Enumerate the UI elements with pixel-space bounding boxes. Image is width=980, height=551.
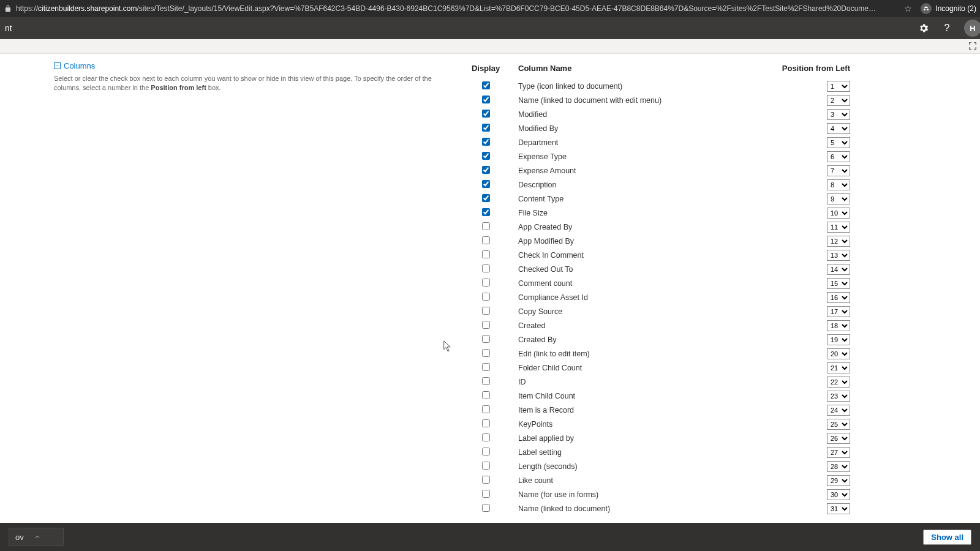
display-checkbox[interactable] [482,222,490,230]
display-checkbox[interactable] [482,250,490,258]
position-select[interactable]: 1234567891011121314151617181920212223242… [827,377,850,388]
display-checkbox[interactable] [482,419,490,427]
position-cell: 1234567891011121314151617181920212223242… [746,304,850,318]
display-checkbox[interactable] [482,476,490,484]
display-checkbox[interactable] [482,490,490,498]
show-all-button[interactable]: Show all [923,530,971,545]
position-select[interactable]: 1234567891011121314151617181920212223242… [827,503,850,514]
position-select[interactable]: 1234567891011121314151617181920212223242… [827,292,850,303]
header-position: Position from Left [746,61,850,79]
ribbon-strip [0,39,980,54]
position-select[interactable]: 1234567891011121314151617181920212223242… [827,320,850,331]
bookmark-star-icon[interactable]: ☆ [904,4,912,13]
position-cell: 1234567891011121314151617181920212223242… [746,431,850,445]
position-select[interactable]: 1234567891011121314151617181920212223242… [827,236,850,247]
display-checkbox[interactable] [482,279,490,287]
position-select[interactable]: 1234567891011121314151617181920212223242… [827,362,850,373]
display-checkbox[interactable] [482,307,490,315]
position-select[interactable]: 1234567891011121314151617181920212223242… [827,109,850,120]
display-checkbox[interactable] [482,81,490,89]
display-checkbox[interactable] [482,462,490,470]
position-cell: 1234567891011121314151617181920212223242… [746,163,850,178]
position-select[interactable]: 1234567891011121314151617181920212223242… [827,250,850,261]
section-desc-part-b: box. [206,84,221,91]
display-checkbox[interactable] [482,433,490,441]
position-select[interactable]: 1234567891011121314151617181920212223242… [827,391,850,402]
position-select[interactable]: 1234567891011121314151617181920212223242… [827,193,850,204]
section-desc-bold: Position from left [151,84,206,91]
display-checkbox[interactable] [482,448,490,455]
table-row: Comment count123456789101112131415161718… [458,276,850,290]
position-select[interactable]: 1234567891011121314151617181920212223242… [827,151,850,162]
display-checkbox[interactable] [482,405,490,413]
position-select[interactable]: 1234567891011121314151617181920212223242… [827,278,850,289]
table-row: Name (linked to document with edit menu)… [458,93,850,107]
position-select[interactable]: 1234567891011121314151617181920212223242… [827,208,850,219]
display-checkbox[interactable] [482,504,490,512]
download-item[interactable]: ov [9,528,64,546]
position-select[interactable]: 1234567891011121314151617181920212223242… [827,95,850,106]
display-checkbox[interactable] [482,264,490,272]
url-text[interactable]: https://citizenbuilders.sharepoint.com/s… [16,4,899,13]
position-select[interactable]: 1234567891011121314151617181920212223242… [827,137,850,148]
display-checkbox[interactable] [482,335,490,343]
display-checkbox[interactable] [482,349,490,357]
table-row: Label setting123456789101112131415161718… [458,445,850,459]
position-select[interactable]: 1234567891011121314151617181920212223242… [827,461,850,472]
position-select[interactable]: 1234567891011121314151617181920212223242… [827,475,850,486]
position-select[interactable]: 1234567891011121314151617181920212223242… [827,179,850,190]
position-select[interactable]: 1234567891011121314151617181920212223242… [827,489,850,500]
display-checkbox[interactable] [482,391,490,399]
download-item-label: ov [15,533,24,542]
display-checkbox[interactable] [482,208,490,216]
position-select[interactable]: 1234567891011121314151617181920212223242… [827,264,850,275]
display-checkbox[interactable] [482,152,490,160]
position-select[interactable]: 1234567891011121314151617181920212223242… [827,81,850,92]
table-row: Created By123456789101112131415161718192… [458,332,850,347]
position-select[interactable]: 1234567891011121314151617181920212223242… [827,222,850,233]
settings-gear-icon[interactable] [918,22,930,34]
table-row: Content Type1234567891011121314151617181… [458,192,850,206]
position-select[interactable]: 1234567891011121314151617181920212223242… [827,447,850,458]
display-checkbox[interactable] [482,110,490,118]
user-avatar[interactable]: H [964,20,980,37]
position-cell: 1234567891011121314151617181920212223242… [746,121,850,135]
position-select[interactable]: 1234567891011121314151617181920212223242… [827,433,850,444]
display-checkbox[interactable] [482,96,490,103]
table-row: Check In Comment123456789101112131415161… [458,248,850,262]
display-cell [458,417,513,431]
position-select[interactable]: 1234567891011121314151617181920212223242… [827,419,850,430]
display-checkbox[interactable] [482,194,490,202]
display-checkbox[interactable] [482,236,490,244]
display-cell [458,431,513,445]
display-cell [458,347,513,361]
focus-content-icon[interactable] [968,41,978,51]
table-row: Name (for use in forms)12345678910111213… [458,487,850,501]
position-select[interactable]: 1234567891011121314151617181920212223242… [827,306,850,317]
table-row: ID12345678910111213141516171819202122232… [458,375,850,389]
column-name-cell: Copy Source [513,304,746,318]
column-name-cell: Check In Comment [513,248,746,262]
display-checkbox[interactable] [482,363,490,371]
display-checkbox[interactable] [482,166,490,174]
section-title[interactable]: Columns [64,61,95,70]
position-select[interactable]: 1234567891011121314151617181920212223242… [827,348,850,359]
display-checkbox[interactable] [482,124,490,132]
columns-section: − Columns Select or clear the check box … [0,54,980,515]
table-row: Folder Child Count1234567891011121314151… [458,361,850,375]
collapse-section-icon[interactable]: − [54,62,61,69]
display-checkbox[interactable] [482,180,490,188]
column-name-cell: Department [513,135,746,149]
position-select[interactable]: 1234567891011121314151617181920212223242… [827,165,850,176]
display-checkbox[interactable] [482,321,490,329]
display-checkbox[interactable] [482,293,490,301]
display-checkbox[interactable] [482,377,490,385]
help-icon[interactable]: ? [941,22,953,34]
position-select[interactable]: 1234567891011121314151617181920212223242… [827,123,850,134]
position-select[interactable]: 1234567891011121314151617181920212223242… [827,405,850,416]
position-select[interactable]: 1234567891011121314151617181920212223242… [827,334,850,345]
table-row: Checked Out To12345678910111213141516171… [458,262,850,276]
display-checkbox[interactable] [482,138,490,146]
incognito-indicator[interactable]: Incognito (2) [921,3,976,14]
chevron-up-icon[interactable] [30,528,45,546]
